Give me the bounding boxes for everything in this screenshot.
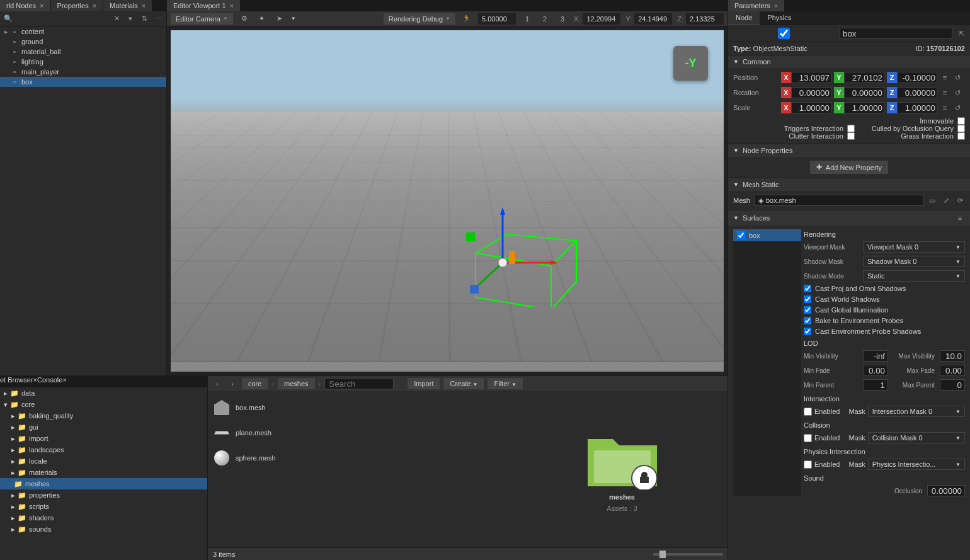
folder-item[interactable]: ▸📁gui: [0, 421, 207, 433]
immovable-checkbox[interactable]: [957, 117, 965, 125]
clutter-checkbox[interactable]: [847, 132, 855, 140]
folder-item-selected[interactable]: 📁meshes: [0, 478, 207, 489]
folder-item[interactable]: ▸📁import: [0, 433, 207, 444]
collision-mask[interactable]: Collision Mask 0▼: [868, 432, 965, 443]
physics-int-enabled[interactable]: [804, 460, 812, 469]
tab-node[interactable]: Node: [728, 11, 760, 25]
menu-icon[interactable]: ≡: [940, 88, 950, 98]
folder-item[interactable]: ▸📁sounds: [0, 523, 207, 535]
intersection-mask[interactable]: Intersection Mask 0▼: [868, 406, 965, 417]
viewport-mask-dropdown[interactable]: Viewport Mask 0▼: [863, 241, 965, 253]
cast-world-checkbox[interactable]: [804, 295, 811, 303]
shadow-mode-dropdown[interactable]: Static▼: [863, 270, 965, 282]
cast-proj-checkbox[interactable]: [804, 285, 811, 292]
max-parent[interactable]: [940, 379, 965, 391]
coord-y[interactable]: 24.14949: [634, 13, 672, 25]
gear-icon[interactable]: ⚙: [238, 13, 251, 25]
rendering-debug-dropdown[interactable]: Rendering Debug▼: [384, 13, 455, 25]
folder-item[interactable]: ▸📁baking_quality: [0, 410, 207, 421]
menu-icon[interactable]: ≡: [940, 103, 950, 113]
close-icon[interactable]: ×: [93, 2, 96, 9]
speed-preset-3[interactable]: 3: [556, 13, 569, 25]
tab-asset-browser[interactable]: et Browser×: [0, 376, 37, 387]
pos-x[interactable]: [791, 72, 831, 83]
object-name-input[interactable]: [840, 28, 952, 39]
surface-item[interactable]: box: [733, 229, 801, 241]
camera-move-icon[interactable]: ➤: [273, 13, 286, 25]
rot-z[interactable]: [897, 87, 937, 98]
shadow-mask-dropdown[interactable]: Shadow Mask 0▼: [863, 256, 965, 267]
camera-dropdown[interactable]: Editor Camera▼: [171, 13, 233, 25]
enabled-checkbox[interactable]: [732, 28, 836, 39]
mesh-field[interactable]: ◈box.mesh: [754, 195, 923, 206]
add-icon[interactable]: ✦: [256, 13, 268, 25]
occlusion-checkbox[interactable]: [957, 125, 965, 132]
pos-z[interactable]: [897, 72, 937, 83]
file-item[interactable]: sphere.mesh: [208, 445, 516, 471]
close-icon[interactable]: ✕: [111, 13, 122, 25]
tab-viewport[interactable]: Editor Viewport 1×: [167, 0, 240, 11]
grass-checkbox[interactable]: [957, 132, 965, 140]
intersection-enabled[interactable]: [804, 408, 812, 416]
tab-physics[interactable]: Physics: [760, 11, 799, 25]
folder-item[interactable]: ▸📁materials: [0, 467, 207, 478]
close-icon[interactable]: ×: [142, 2, 146, 9]
folder-item[interactable]: ▾📁core: [0, 399, 207, 410]
rot-y[interactable]: [844, 87, 884, 98]
tree-item-selected[interactable]: ▫box: [0, 77, 166, 87]
rot-x[interactable]: [791, 87, 831, 98]
pos-y[interactable]: [844, 72, 884, 83]
max-vis[interactable]: [940, 350, 965, 362]
reset-icon[interactable]: ↺: [952, 103, 962, 113]
cast-env-checkbox[interactable]: [804, 328, 811, 335]
menu-icon[interactable]: ≡: [940, 72, 950, 83]
tab-parameters[interactable]: Parameters×: [728, 0, 784, 11]
filter-button[interactable]: Filter ▼: [488, 378, 522, 389]
axis-widget[interactable]: -Y: [673, 46, 708, 81]
section-node-properties[interactable]: ▼Node Properties: [728, 144, 970, 157]
create-button[interactable]: Create ▼: [443, 378, 484, 389]
tree-item[interactable]: ▸▫content: [0, 26, 166, 37]
tree-item[interactable]: ▫main_player: [0, 67, 166, 77]
min-fade[interactable]: [863, 365, 888, 376]
tab-world-nodes[interactable]: rld Nodes×: [0, 0, 50, 11]
tab-properties[interactable]: Properties×: [51, 0, 103, 11]
close-icon[interactable]: ×: [230, 2, 234, 9]
folder-item[interactable]: ▸📁landscapes: [0, 444, 207, 455]
options-icon[interactable]: ⋯: [152, 13, 164, 25]
scale-x[interactable]: [791, 102, 831, 113]
section-common[interactable]: ▼Common: [728, 55, 970, 68]
tab-console[interactable]: Console×: [37, 376, 67, 387]
close-icon[interactable]: ×: [40, 2, 43, 9]
bake-env-checkbox[interactable]: [804, 317, 811, 324]
section-surfaces[interactable]: ▼Surfaces≡: [728, 210, 970, 226]
viewport-3d[interactable]: -Y: [171, 30, 724, 372]
speed-field[interactable]: 5.00000: [478, 13, 516, 25]
close-icon[interactable]: ×: [774, 2, 778, 9]
search-input[interactable]: [324, 378, 394, 389]
triggers-checkbox[interactable]: [847, 125, 855, 132]
nav-back-icon[interactable]: ‹: [212, 378, 223, 389]
reload-icon[interactable]: ⟳: [955, 195, 965, 205]
tab-materials[interactable]: Materials×: [103, 0, 152, 11]
reset-icon[interactable]: ↺: [952, 72, 962, 83]
min-vis[interactable]: [863, 350, 888, 362]
folder-item[interactable]: ▸📁locale: [0, 455, 207, 467]
max-fade[interactable]: [940, 365, 965, 376]
browse-icon[interactable]: ▭: [927, 195, 937, 205]
tree-item[interactable]: ▫lighting: [0, 57, 166, 67]
import-button[interactable]: Import: [408, 378, 440, 389]
file-item[interactable]: plane.mesh: [208, 420, 516, 445]
menu-icon[interactable]: ≡: [955, 213, 965, 223]
section-mesh-static[interactable]: ▼Mesh Static: [728, 178, 970, 191]
add-property-button[interactable]: ✚Add New Property: [810, 161, 888, 174]
tree-item[interactable]: ▫material_ball: [0, 47, 166, 57]
breadcrumb[interactable]: core: [242, 378, 268, 389]
run-icon[interactable]: 🏃: [460, 13, 473, 25]
cast-gi-checkbox[interactable]: [804, 306, 811, 314]
sort-icon[interactable]: ⇅: [139, 13, 150, 25]
collision-enabled[interactable]: [804, 434, 812, 442]
file-item[interactable]: box.mesh: [208, 395, 516, 420]
locate-icon[interactable]: ⤢: [941, 195, 951, 205]
thumbnail-size-slider[interactable]: [653, 553, 722, 556]
